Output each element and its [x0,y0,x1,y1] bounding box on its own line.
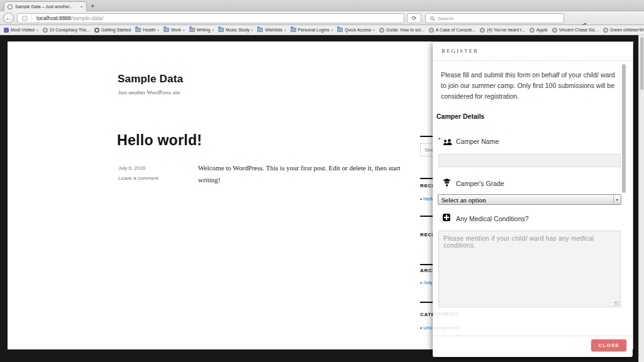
folder-icon [164,28,169,32]
select-dropdown-icon[interactable]: ▾ [613,195,620,204]
bookmark-label: Getting Started [101,28,131,32]
folder-icon [257,28,263,32]
bookmark-item[interactable]: (4) You've heard t... [480,28,525,33]
camper-name-input[interactable] [438,154,621,167]
folder-icon [218,28,224,32]
field-label-medical-conditions: Any Medical Conditions? [456,215,529,222]
register-modal: REGISTER Please fill and submit this for… [433,42,633,357]
bookmark-label: 10 Conspiracy The... [50,28,90,32]
globe-icon [552,28,557,33]
bookmark-item[interactable]: Music Study▾ [218,28,253,32]
bookmark-item[interactable]: 10 Conspiracy The... [43,28,90,33]
globe-icon [43,28,48,33]
bookmark-item[interactable]: Getting Started [94,28,131,33]
bookmark-label: Most Visited [11,28,35,32]
post-title[interactable]: Hello world! [117,132,202,149]
folder-icon [189,28,195,32]
bookmark-item[interactable]: Green children of ... [603,28,644,33]
post-body: Welcome to WordPress. This is your first… [198,162,407,186]
folder-icon [135,28,141,32]
bookmark-item[interactable]: Apple [530,28,548,33]
showthrough-categories: EGORIES [433,311,458,317]
globe-icon [429,28,434,33]
chevron-down-icon: ▾ [373,28,375,32]
bookmark-item[interactable]: Vincent Chase Siz... [552,28,599,33]
browser-scrollbar[interactable] [638,35,644,362]
bookmark-item[interactable]: Quick Access▾ [337,28,375,32]
globe-icon [480,28,485,33]
campers-icon [443,139,453,145]
url-bar[interactable]: i localhost:8888/sample-data/ [17,13,404,23]
post-date: July 6, 2016 [118,165,145,171]
circle-icon [94,28,99,33]
resize-handle[interactable] [614,301,619,306]
bookmark-item[interactable]: Work▾ [164,28,185,32]
bookmark-label: Writing [197,28,211,32]
bookmark-label: Health [143,28,155,32]
url-path: /sample-data/ [71,15,104,21]
back-button[interactable]: ← [3,13,14,23]
chevron-down-icon: ▾ [183,28,185,32]
bookmark-item[interactable]: Wishlists▾ [257,28,286,32]
nav-toolbar: ← i localhost:8888/sample-data/ ⟳ Search… [0,11,644,25]
browser-window: Sample Data – Just another... × + ← i lo… [0,0,644,362]
modal-intro-text: Please fill and submit this form on beha… [441,70,619,102]
folder-icon [337,28,343,32]
bookmark-item[interactable]: Health▾ [135,28,159,32]
field-label-campers-grade: Camper's Grade [456,180,504,187]
bookmark-label: Wishlists [265,28,282,32]
site-info-icon[interactable]: i [22,16,28,21]
bookmarks-overflow-button[interactable]: » [639,26,641,32]
bookmark-label: Apple [536,28,548,32]
bookmark-item[interactable]: Personal Logins▾ [291,28,333,32]
search-bar[interactable]: Search [425,13,564,23]
folder-icon [291,28,296,32]
section-title: Camper Details [436,112,484,120]
search-placeholder: Search [438,16,453,21]
medical-cross-icon [443,214,450,221]
textarea-placeholder: Please mention if your child/ ward has a… [443,235,616,249]
bookmark-item[interactable]: Writing▾ [189,28,214,32]
modal-footer: CLOSE [433,336,633,357]
grade-select-value: Select an option [441,196,486,204]
site-title[interactable]: Sample Data [118,73,183,85]
tab-sample-data[interactable]: Sample Data – Just another... × [4,1,87,11]
url-separator [31,14,32,22]
tab-close-icon[interactable]: × [80,4,83,9]
bookmark-label: (4) You've heard t... [487,28,525,32]
chevron-down-icon: ▾ [284,28,286,32]
modal-header: REGISTER [433,42,633,61]
globe-icon [603,28,608,33]
browser-scrollbar-thumb[interactable] [640,37,643,90]
showthrough-uncategorized: categorized [433,325,458,331]
field-label-camper-name: Camper Name [456,138,499,145]
modal-scrollbar-thumb[interactable] [622,64,626,193]
chevron-down-icon: ▾ [157,28,159,32]
modal-title: REGISTER [441,48,479,54]
chevron-down-icon: ▾ [212,28,214,32]
bookmark-label: Guide: How to sol... [386,28,425,32]
search-icon [430,16,434,20]
site-tagline: Just another WordPress site [118,89,180,96]
globe-icon [379,28,384,33]
grade-select[interactable]: Select an option ▾ [438,194,621,205]
globe-icon [530,28,535,33]
wordpress-favicon-icon [8,4,13,9]
bookmark-label: Work [171,28,181,32]
medical-conditions-textarea[interactable]: Please mention if your child/ ward has a… [438,231,621,307]
reload-button[interactable]: ⟳ [407,13,421,23]
bookmark-item[interactable]: Guide: How to sol... [379,28,425,33]
bookmark-item[interactable]: A Case of Conscie... [429,28,475,33]
bookmark-item[interactable]: Most Visited▾ [4,28,38,33]
bookmark-label: Vincent Chase Siz... [559,28,599,32]
bookmark-label: Quick Access [345,28,371,32]
leave-comment-link[interactable]: Leave a comment [118,175,158,181]
tab-title: Sample Data – Just another... [15,4,77,9]
close-button[interactable]: CLOSE [591,339,626,351]
url-host: localhost:8888 [36,15,71,21]
bookmarks-bar-items: Most Visited▾10 Conspiracy The...Getting… [0,25,644,35]
bookmark-label: Personal Logins [298,28,330,32]
new-tab-button[interactable]: + [91,2,94,9]
tab-bar: Sample Data – Just another... × + [0,0,644,11]
grade-icon [443,178,451,187]
